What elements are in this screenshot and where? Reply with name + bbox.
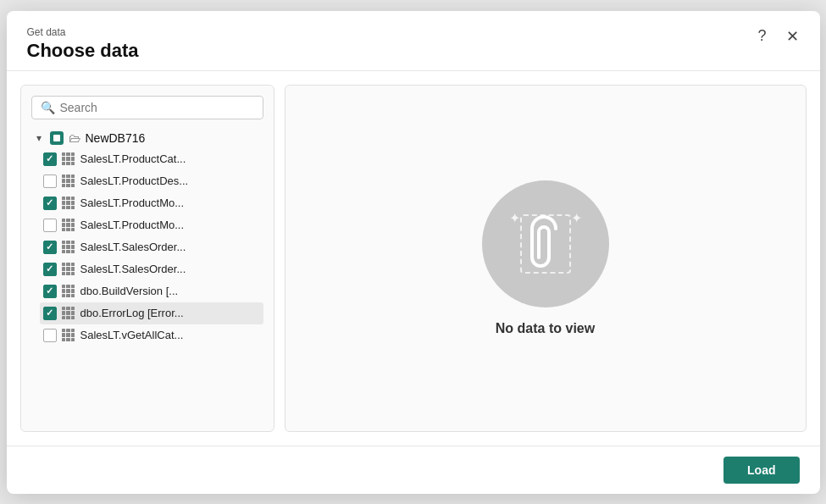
tree-items: SalesLT.ProductCat... SalesLT.ProductDes… bbox=[40, 148, 263, 346]
checkbox-2[interactable] bbox=[43, 174, 57, 188]
database-name: NewDB716 bbox=[86, 131, 146, 145]
list-item[interactable]: SalesLT.ProductMo... bbox=[40, 192, 263, 214]
no-data-text: No data to view bbox=[496, 321, 595, 336]
item-label: SalesLT.ProductMo... bbox=[80, 219, 185, 231]
item-label: SalesLT.ProductMo... bbox=[80, 197, 185, 209]
list-item[interactable]: SalesLT.ProductCat... bbox=[40, 148, 263, 170]
grid-icon bbox=[62, 219, 75, 232]
list-item[interactable]: SalesLT.ProductMo... bbox=[40, 214, 263, 236]
list-item[interactable]: SalesLT.SalesOrder... bbox=[40, 258, 263, 280]
grid-icon bbox=[62, 263, 75, 276]
paperclip-svg bbox=[525, 213, 566, 274]
db-check-icon bbox=[50, 131, 64, 145]
grid-icon bbox=[62, 307, 75, 320]
choose-data-dialog: Get data Choose data ? ✕ 🔍 ▾ bbox=[7, 11, 820, 494]
checkbox-4[interactable] bbox=[43, 219, 57, 232]
close-icon: ✕ bbox=[786, 27, 799, 46]
chevron-icon[interactable]: ▾ bbox=[33, 132, 45, 144]
item-label: SalesLT.ProductDes... bbox=[80, 174, 189, 187]
tree-area[interactable]: ▾ 🗁 NewDB716 bbox=[31, 128, 263, 421]
list-item[interactable]: SalesLT.vGetAllCat... bbox=[40, 324, 263, 346]
item-label: dbo.ErrorLog [Error... bbox=[80, 307, 184, 319]
close-button[interactable]: ✕ bbox=[781, 25, 805, 48]
list-item[interactable]: dbo.BuildVersion [... bbox=[40, 280, 263, 302]
checkbox-1[interactable] bbox=[43, 152, 57, 166]
list-item[interactable]: SalesLT.ProductDes... bbox=[40, 170, 263, 192]
help-icon: ? bbox=[757, 27, 766, 45]
checkbox-3[interactable] bbox=[43, 197, 57, 210]
sparkle-icon-right: ✦ bbox=[571, 210, 582, 226]
dialog-header: Get data Choose data ? ✕ bbox=[7, 11, 820, 71]
dialog-body: 🔍 ▾ 🗁 NewDB716 bbox=[7, 71, 820, 446]
grid-icon bbox=[62, 197, 75, 210]
load-button[interactable]: Load bbox=[723, 457, 799, 484]
grid-icon bbox=[62, 285, 75, 298]
grid-icon bbox=[62, 241, 75, 254]
left-panel: 🔍 ▾ 🗁 NewDB716 bbox=[20, 85, 274, 432]
item-label: SalesLT.SalesOrder... bbox=[80, 241, 186, 253]
no-data-illustration: ✦ ✦ bbox=[482, 180, 609, 307]
right-panel: ✦ ✦ No data to view bbox=[285, 85, 807, 432]
database-row[interactable]: ▾ 🗁 NewDB716 bbox=[31, 128, 263, 148]
list-item[interactable]: dbo.ErrorLog [Error... bbox=[40, 302, 263, 324]
folder-icon: 🗁 bbox=[69, 131, 80, 145]
paperclip-wrapper: ✦ ✦ bbox=[507, 202, 584, 286]
search-icon: 🔍 bbox=[41, 101, 55, 114]
dialog-footer: Load bbox=[7, 446, 820, 494]
checkbox-7[interactable] bbox=[43, 285, 57, 298]
search-box[interactable]: 🔍 bbox=[31, 96, 263, 119]
sparkle-icon-left: ✦ bbox=[509, 210, 520, 226]
get-data-label: Get data bbox=[27, 26, 800, 38]
list-item[interactable]: SalesLT.SalesOrder... bbox=[40, 236, 263, 258]
grid-icon bbox=[62, 152, 75, 166]
checkbox-9[interactable] bbox=[43, 329, 57, 342]
item-label: SalesLT.vGetAllCat... bbox=[80, 329, 184, 341]
grid-icon bbox=[62, 174, 75, 188]
checkbox-8[interactable] bbox=[43, 307, 57, 320]
help-button[interactable]: ? bbox=[751, 25, 774, 48]
search-input[interactable] bbox=[60, 101, 254, 114]
checkbox-5[interactable] bbox=[43, 241, 57, 254]
choose-data-title: Choose data bbox=[27, 40, 800, 62]
grid-icon bbox=[62, 329, 75, 342]
item-label: dbo.BuildVersion [... bbox=[80, 285, 179, 297]
item-label: SalesLT.ProductCat... bbox=[80, 152, 186, 165]
item-label: SalesLT.SalesOrder... bbox=[80, 263, 186, 275]
checkbox-6[interactable] bbox=[43, 263, 57, 276]
header-actions: ? ✕ bbox=[751, 25, 805, 48]
